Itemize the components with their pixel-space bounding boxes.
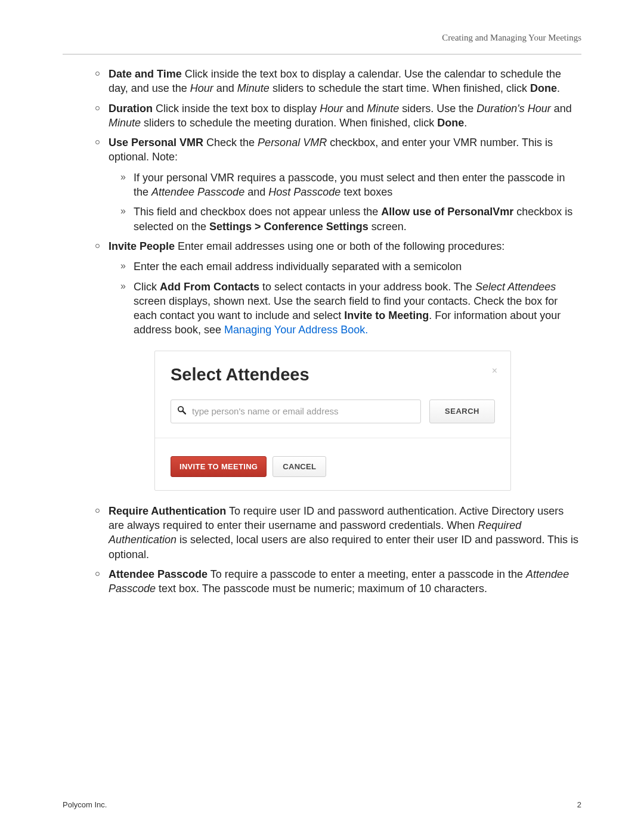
sub-item: Click Add From Contacts to select contac… (120, 280, 581, 337)
item-invite-people: Invite People Enter email addresses usin… (95, 239, 581, 491)
cancel-button[interactable]: CANCEL (273, 456, 326, 477)
page-footer: Polycom Inc. 2 (63, 800, 581, 809)
address-book-link[interactable]: Managing Your Address Book. (224, 324, 368, 336)
item-title: Invite People (109, 240, 175, 252)
main-list: Date and Time Click inside the text box … (95, 67, 581, 596)
dialog-divider (155, 438, 510, 438)
item-require-authentication: Require Authentication To require user I… (95, 504, 581, 562)
sub-list: If your personal VMR requires a passcode… (120, 171, 581, 234)
close-icon[interactable]: × (492, 364, 497, 377)
svg-line-1 (182, 411, 185, 414)
select-attendees-dialog: × Select Attendees SEARCH INVITE TO MEET… (154, 351, 511, 491)
sub-list: Enter the each email address individuall… (120, 259, 581, 337)
item-title: Date and Time (109, 68, 182, 80)
dialog-footer: INVITE TO MEETING CANCEL (171, 456, 495, 477)
item-title: Duration (109, 103, 153, 114)
item-use-personal-vmr: Use Personal VMR Check the Personal VMR … (95, 135, 581, 234)
item-duration: Duration Click inside the text box to di… (95, 101, 581, 131)
page-header-title: Creating and Managing Your Meetings (63, 33, 581, 43)
sub-item: This field and checkbox does not appear … (120, 205, 581, 234)
header-rule (63, 54, 581, 55)
search-row: SEARCH (171, 400, 495, 423)
search-icon (177, 405, 186, 418)
dialog-title: Select Attendees (171, 363, 495, 386)
item-title: Require Authentication (109, 505, 226, 517)
sub-item: Enter the each email address individuall… (120, 259, 581, 274)
document-page: Creating and Managing Your Meetings Date… (0, 0, 644, 833)
footer-page-number: 2 (577, 800, 581, 809)
item-title: Use Personal VMR (109, 137, 203, 148)
sub-item: If your personal VMR requires a passcode… (120, 171, 581, 200)
item-attendee-passcode: Attendee Passcode To require a passcode … (95, 567, 581, 596)
search-box[interactable] (171, 400, 421, 423)
item-date-and-time: Date and Time Click inside the text box … (95, 67, 581, 96)
invite-to-meeting-button[interactable]: INVITE TO MEETING (171, 456, 267, 477)
search-button[interactable]: SEARCH (429, 400, 495, 423)
item-title: Attendee Passcode (109, 568, 208, 580)
footer-company: Polycom Inc. (63, 800, 107, 809)
search-input[interactable] (191, 405, 414, 417)
